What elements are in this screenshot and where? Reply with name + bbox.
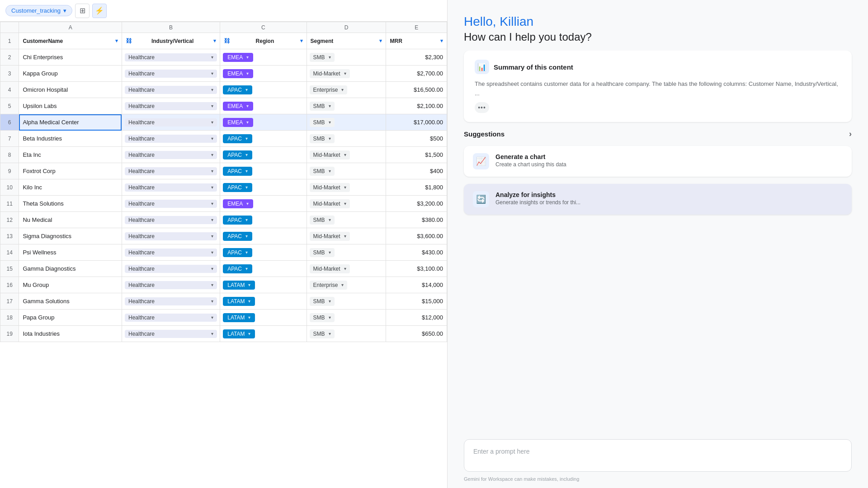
region-cell[interactable]: APAC▾: [220, 261, 307, 277]
table-row[interactable]: 9Foxtrot CorpHealthcare▾APAC▾SMB▾$400: [0, 163, 447, 179]
customer-name-cell[interactable]: Omicron Hospital: [19, 82, 122, 98]
spreadsheet-table-wrapper[interactable]: A B C D E 1 CustomerName ▾: [0, 22, 447, 488]
industry-cell[interactable]: Healthcare▾: [122, 131, 220, 147]
col-header-segment[interactable]: Segment ▾: [307, 33, 386, 49]
col-letter-e[interactable]: E: [386, 22, 447, 33]
segment-cell[interactable]: SMB▾: [307, 310, 386, 326]
customer-name-cell[interactable]: Psi Wellness: [19, 244, 122, 261]
region-cell[interactable]: EMEA▾: [220, 49, 307, 66]
industry-cell[interactable]: Healthcare▾: [122, 98, 220, 114]
table-row[interactable]: 3Kappa GroupHealthcare▾EMEA▾Mid-Market▾$…: [0, 66, 447, 82]
customer-name-cell[interactable]: Gamma Solutions: [19, 293, 122, 310]
industry-filter-icon[interactable]: ▾: [213, 38, 216, 44]
industry-cell[interactable]: Healthcare▾: [122, 66, 220, 82]
segment-cell[interactable]: Enterprise▾: [307, 82, 386, 98]
table-row[interactable]: 19Iota IndustriesHealthcare▾LATAM▾SMB▾$6…: [0, 326, 447, 342]
customer-name-cell[interactable]: Eta Inc: [19, 147, 122, 163]
segment-cell[interactable]: SMB▾: [307, 293, 386, 310]
region-cell[interactable]: LATAM▾: [220, 310, 307, 326]
industry-cell[interactable]: Healthcare▾: [122, 277, 220, 293]
table-row[interactable]: 7Beta IndustriesHealthcare▾APAC▾SMB▾$500: [0, 131, 447, 147]
industry-cell[interactable]: Healthcare▾: [122, 196, 220, 212]
region-cell[interactable]: APAC▾: [220, 212, 307, 228]
table-row[interactable]: 14Psi WellnessHealthcare▾APAC▾SMB▾$430.0…: [0, 244, 447, 261]
customer-name-cell[interactable]: Kilo Inc: [19, 179, 122, 196]
customer-name-cell[interactable]: Theta Solutions: [19, 196, 122, 212]
segment-cell[interactable]: SMB▾: [307, 326, 386, 342]
customer-name-cell[interactable]: Mu Group: [19, 277, 122, 293]
industry-cell[interactable]: Healthcare▾: [122, 293, 220, 310]
table-view-button[interactable]: ⊞: [75, 4, 90, 18]
customer-name-cell[interactable]: Iota Industries: [19, 326, 122, 342]
table-row[interactable]: 6Alpha Medical CenterHealthcare▾EMEA▾SMB…: [0, 114, 447, 131]
customer-name-cell[interactable]: Sigma Diagnostics: [19, 228, 122, 244]
customer-name-cell[interactable]: Beta Industries: [19, 131, 122, 147]
region-cell[interactable]: LATAM▾: [220, 277, 307, 293]
region-cell[interactable]: APAC▾: [220, 163, 307, 179]
industry-cell[interactable]: Healthcare▾: [122, 49, 220, 66]
industry-cell[interactable]: Healthcare▾: [122, 326, 220, 342]
segment-cell[interactable]: Mid-Market▾: [307, 228, 386, 244]
customer-name-cell[interactable]: Alpha Medical Center: [19, 114, 122, 131]
region-cell[interactable]: APAC▾: [220, 244, 307, 261]
prompt-input[interactable]: Enter a prompt here: [464, 439, 852, 472]
generate-chart-card[interactable]: 📈 Generate a chart Create a chart using …: [464, 146, 852, 177]
table-row[interactable]: 11Theta SolutionsHealthcare▾EMEA▾Mid-Mar…: [0, 196, 447, 212]
industry-cell[interactable]: Healthcare▾: [122, 261, 220, 277]
industry-cell[interactable]: Healthcare▾: [122, 310, 220, 326]
segment-cell[interactable]: Mid-Market▾: [307, 147, 386, 163]
segment-cell[interactable]: SMB▾: [307, 212, 386, 228]
col-header-industry[interactable]: ⛓ Industry/Vertical ▾: [122, 33, 220, 49]
region-cell[interactable]: APAC▾: [220, 228, 307, 244]
segment-cell[interactable]: SMB▾: [307, 49, 386, 66]
table-row[interactable]: 10Kilo IncHealthcare▾APAC▾Mid-Market▾$1,…: [0, 179, 447, 196]
region-cell[interactable]: APAC▾: [220, 147, 307, 163]
segment-cell[interactable]: Mid-Market▾: [307, 179, 386, 196]
customer-name-cell[interactable]: Upsilon Labs: [19, 98, 122, 114]
customer-name-cell[interactable]: Kappa Group: [19, 66, 122, 82]
segment-cell[interactable]: SMB▾: [307, 163, 386, 179]
industry-cell[interactable]: Healthcare▾: [122, 179, 220, 196]
table-row[interactable]: 12Nu MedicalHealthcare▾APAC▾SMB▾$380.00: [0, 212, 447, 228]
region-cell[interactable]: APAC▾: [220, 82, 307, 98]
segment-cell[interactable]: Mid-Market▾: [307, 196, 386, 212]
region-cell[interactable]: LATAM▾: [220, 326, 307, 342]
mrr-filter-icon[interactable]: ▾: [440, 38, 443, 44]
customer-name-cell[interactable]: Chi Enterprises: [19, 49, 122, 66]
analyze-insights-card[interactable]: 🔄 Analyze for insights Generate insights…: [464, 184, 852, 215]
table-row[interactable]: 17Gamma SolutionsHealthcare▾LATAM▾SMB▾$1…: [0, 293, 447, 310]
col-letter-c[interactable]: C: [220, 22, 307, 33]
customer-name-cell[interactable]: Nu Medical: [19, 212, 122, 228]
industry-cell[interactable]: Healthcare▾: [122, 114, 220, 131]
industry-cell[interactable]: Healthcare▾: [122, 244, 220, 261]
sheet-name-pill[interactable]: Customer_tracking ▾: [5, 5, 72, 16]
segment-cell[interactable]: Mid-Market▾: [307, 66, 386, 82]
industry-cell[interactable]: Healthcare▾: [122, 228, 220, 244]
region-cell[interactable]: APAC▾: [220, 131, 307, 147]
industry-cell[interactable]: Healthcare▾: [122, 147, 220, 163]
lightning-button[interactable]: ⚡: [92, 4, 107, 18]
table-row[interactable]: 5Upsilon LabsHealthcare▾EMEA▾SMB▾$2,100.…: [0, 98, 447, 114]
customer-name-filter-icon[interactable]: ▾: [115, 38, 118, 44]
region-cell[interactable]: EMEA▾: [220, 66, 307, 82]
segment-cell[interactable]: Enterprise▾: [307, 277, 386, 293]
segment-cell[interactable]: SMB▾: [307, 98, 386, 114]
segment-cell[interactable]: SMB▾: [307, 244, 386, 261]
region-filter-icon[interactable]: ▾: [300, 38, 303, 44]
table-row[interactable]: 13Sigma DiagnosticsHealthcare▾APAC▾Mid-M…: [0, 228, 447, 244]
table-row[interactable]: 15Gamma DiagnosticsHealthcare▾APAC▾Mid-M…: [0, 261, 447, 277]
region-cell[interactable]: EMEA▾: [220, 196, 307, 212]
table-row[interactable]: 16Mu GroupHealthcare▾LATAM▾Enterprise▾$1…: [0, 277, 447, 293]
table-row[interactable]: 4Omicron HospitalHealthcare▾APAC▾Enterpr…: [0, 82, 447, 98]
industry-cell[interactable]: Healthcare▾: [122, 163, 220, 179]
col-header-customer-name[interactable]: CustomerName ▾: [19, 33, 122, 49]
industry-cell[interactable]: Healthcare▾: [122, 212, 220, 228]
summary-expand-button[interactable]: •••: [475, 102, 489, 113]
table-row[interactable]: 2Chi EnterprisesHealthcare▾EMEA▾SMB▾$2,3…: [0, 49, 447, 66]
customer-name-cell[interactable]: Gamma Diagnostics: [19, 261, 122, 277]
suggestions-chevron-icon[interactable]: ›: [849, 129, 852, 139]
region-cell[interactable]: LATAM▾: [220, 293, 307, 310]
col-header-region[interactable]: ⛓ Region ▾: [220, 33, 307, 49]
region-cell[interactable]: APAC▾: [220, 179, 307, 196]
col-header-mrr[interactable]: MRR ▾: [386, 33, 447, 49]
